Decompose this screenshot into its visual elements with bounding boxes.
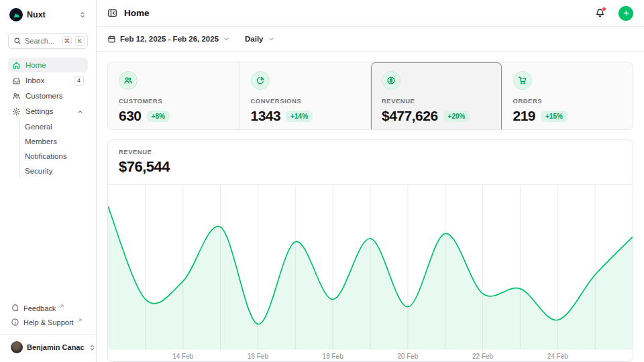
feedback-label: Feedback <box>23 304 56 312</box>
dollar-circle-icon <box>382 71 400 90</box>
stat-label: ORDERS <box>513 97 623 105</box>
nuxt-logo-icon <box>9 8 23 21</box>
add-button[interactable] <box>619 6 633 21</box>
settings-submenu: General Members Notifications Security <box>19 119 88 178</box>
period-select[interactable]: Daily <box>245 35 275 43</box>
sidebar-item-home[interactable]: Home <box>8 58 88 72</box>
pie-chart-icon <box>251 71 270 90</box>
search-placeholder: Search... <box>25 37 59 45</box>
main-panel: Home Feb 12, 2025 - Feb 26, 2025 Daily <box>97 0 644 362</box>
user-avatar <box>11 341 23 353</box>
info-circle-icon <box>11 318 19 326</box>
chat-bubble-icon <box>11 304 19 312</box>
search-icon <box>13 37 21 45</box>
sidebar-item-customers[interactable]: Customers <box>8 88 88 103</box>
stat-delta-badge: +20% <box>443 111 470 122</box>
sidebar-item-settings[interactable]: Settings <box>8 104 88 119</box>
sidebar-item-security[interactable]: Security <box>20 164 88 178</box>
sidebar-item-label: Settings <box>25 107 72 115</box>
chevron-down-icon <box>268 36 275 43</box>
external-link-icon <box>59 304 64 309</box>
revenue-area-chart[interactable] <box>108 185 633 349</box>
notification-dot <box>602 7 606 11</box>
x-axis-tick-label: 14 Feb <box>172 353 193 360</box>
user-menu[interactable]: Benjamin Canac <box>8 339 88 355</box>
sidebar-item-label: Customers <box>25 92 84 100</box>
stat-label: CUSTOMERS <box>119 97 229 105</box>
workspace-name: Nuxt <box>27 10 74 19</box>
x-axis-tick-label: 18 Feb <box>323 353 343 360</box>
sidebar-item-label: Home <box>25 61 84 69</box>
feedback-link[interactable]: Feedback <box>8 301 88 315</box>
x-axis-tick-label: 24 Feb <box>547 353 568 360</box>
inbox-count-badge: 4 <box>74 76 84 86</box>
stat-value: $477,626 <box>382 108 438 124</box>
top-bar: Home <box>97 0 644 27</box>
stat-value: 1343 <box>251 108 281 124</box>
date-range-picker[interactable]: Feb 12, 2025 - Feb 26, 2025 <box>107 35 230 44</box>
x-axis-tick-label: 16 Feb <box>248 353 268 360</box>
app-window: Nuxt Search... ⌘ K Home <box>0 0 644 362</box>
workspace-selector[interactable]: Nuxt <box>8 7 88 23</box>
help-support-link[interactable]: Help & Support <box>8 315 88 329</box>
selector-chevrons-icon <box>78 11 87 19</box>
settings-gear-icon <box>12 107 21 116</box>
user-name: Benjamin Canac <box>27 343 85 351</box>
date-range-label: Feb 12, 2025 - Feb 26, 2025 <box>120 35 219 43</box>
x-axis-tick-label: 22 Feb <box>472 353 493 360</box>
chevron-up-icon <box>76 108 84 115</box>
stat-card-orders[interactable]: ORDERS 219 +15% <box>502 62 633 130</box>
stat-card-customers[interactable]: CUSTOMERS 630 +8% <box>108 62 239 130</box>
chevron-down-icon <box>223 36 230 43</box>
sidebar-item-notifications[interactable]: Notifications <box>20 149 88 164</box>
chart-svg <box>108 185 633 349</box>
stat-value: 630 <box>119 108 142 124</box>
revenue-chart-card: REVENUE $76,544 14 Feb16 Feb18 Feb20 Feb… <box>107 139 633 362</box>
selector-chevrons-icon <box>89 344 96 351</box>
period-label: Daily <box>245 35 264 43</box>
chart-header: REVENUE $76,544 <box>108 140 633 185</box>
dashboard-content: CUSTOMERS 630 +8% CONVERSIONS 1343 +14% <box>97 52 644 362</box>
chart-metric-value: $76,544 <box>119 158 622 176</box>
sidebar-item-members[interactable]: Members <box>20 134 88 149</box>
inbox-icon <box>12 76 21 85</box>
stat-value: 219 <box>513 108 536 124</box>
stat-delta-badge: +8% <box>147 111 170 122</box>
stats-row: CUSTOMERS 630 +8% CONVERSIONS 1343 +14% <box>107 62 633 130</box>
customers-icon <box>12 92 21 101</box>
sidebar-item-label: Inbox <box>25 76 69 84</box>
stat-card-revenue[interactable]: REVENUE $477,626 +20% <box>370 62 502 130</box>
chart-x-axis: 14 Feb16 Feb18 Feb20 Feb22 Feb24 Feb <box>108 350 633 361</box>
page-title: Home <box>124 8 588 18</box>
stat-delta-badge: +14% <box>286 111 313 122</box>
filter-toolbar: Feb 12, 2025 - Feb 26, 2025 Daily <box>97 27 644 52</box>
x-axis-tick-label: 20 Feb <box>397 353 418 360</box>
external-link-icon <box>77 318 83 323</box>
stat-label: CONVERSIONS <box>251 97 360 105</box>
users-icon <box>119 71 138 90</box>
home-icon <box>12 61 21 70</box>
calendar-icon <box>107 35 116 44</box>
stat-delta-badge: +15% <box>541 111 568 122</box>
sidebar-item-general[interactable]: General <box>20 119 88 134</box>
sidebar-divider <box>0 335 96 335</box>
sidebar-nav: Home Inbox 4 Customers Settings <box>8 58 88 178</box>
notifications-bell-icon[interactable] <box>595 8 605 18</box>
sidebar-spacer <box>8 178 88 301</box>
sidebar-collapse-icon[interactable] <box>107 8 117 18</box>
cart-icon <box>513 71 532 90</box>
kbd-cmd: ⌘ <box>62 36 72 46</box>
sidebar-item-inbox[interactable]: Inbox 4 <box>8 73 88 88</box>
kbd-k: K <box>75 36 85 46</box>
help-support-label: Help & Support <box>23 318 74 326</box>
chart-metric-label: REVENUE <box>119 148 622 156</box>
stat-label: REVENUE <box>382 97 491 105</box>
stat-card-conversions[interactable]: CONVERSIONS 1343 +14% <box>239 62 371 130</box>
search-input[interactable]: Search... ⌘ K <box>8 33 88 49</box>
sidebar: Nuxt Search... ⌘ K Home <box>0 0 97 362</box>
